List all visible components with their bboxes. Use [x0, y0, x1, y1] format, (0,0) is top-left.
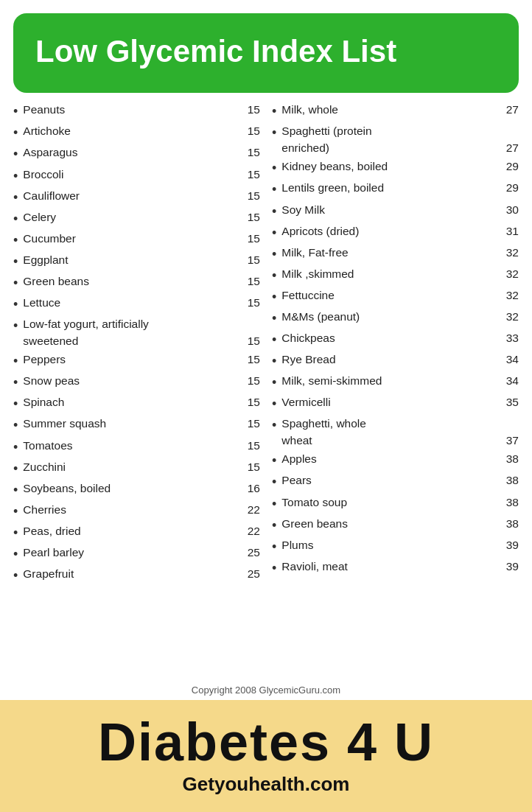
item-value: 30 [506, 202, 519, 218]
bullet-icon: • [272, 394, 276, 413]
bullet-icon: • [272, 223, 276, 242]
item-text: Pearl barley25 [23, 545, 260, 561]
bullet-icon: • [272, 180, 276, 199]
bullet-icon: • [272, 287, 276, 307]
item-name: Peanuts [23, 102, 65, 118]
main-content: •Peanuts15•Artichoke15•Asparagus15•Brocc… [0, 93, 532, 677]
list-item: •Lentils green, boiled29 [272, 180, 519, 199]
list-item: •Milk, Fat-free32 [272, 245, 519, 264]
left-column: •Peanuts15•Artichoke15•Asparagus15•Brocc… [13, 102, 266, 677]
item-text: Kidney beans, boiled29 [281, 158, 519, 175]
list-item: •Celery15 [13, 209, 260, 228]
item-value: 32 [506, 287, 519, 304]
item-value: 15 [248, 167, 260, 183]
item-name-second: sweetened [23, 333, 78, 349]
item-value: 39 [506, 537, 519, 553]
list-item: •Chickpeas33 [272, 330, 519, 349]
list-item: •Peppers15 [13, 351, 260, 371]
bullet-icon: • [13, 438, 18, 457]
bullet-icon: • [272, 330, 276, 349]
item-text: Cucumber15 [23, 231, 260, 247]
item-name: Soybeans, boiled [23, 480, 111, 497]
bullet-icon: • [13, 480, 18, 500]
list-item: •Soybeans, boiled16 [13, 480, 260, 500]
item-text: Tomatoes15 [23, 438, 260, 454]
item-text: Vermicelli35 [281, 394, 519, 410]
bullet-icon: • [272, 559, 276, 578]
list-item: •Cucumber15 [13, 231, 260, 250]
item-text: Summer squash15 [23, 416, 260, 432]
list-item: •Apples38 [272, 451, 519, 470]
item-value: 15 [248, 438, 260, 454]
copyright: Copyright 2008 GlycemicGuru.com [0, 677, 532, 700]
list-item: •Peanuts15 [13, 102, 260, 121]
bullet-icon: • [272, 158, 276, 178]
item-name: Summer squash [23, 416, 106, 432]
list-item: •Grapefruit25 [13, 566, 260, 585]
item-text: Soy Milk30 [281, 202, 519, 218]
item-value: 15 [248, 459, 260, 475]
item-value: 29 [506, 180, 519, 196]
item-value: 15 [248, 273, 260, 290]
item-value: 38 [506, 472, 519, 489]
item-text: Zucchini15 [23, 459, 260, 475]
bullet-icon: • [13, 416, 18, 435]
item-text: Peppers15 [23, 351, 260, 368]
item-text: Rye Bread34 [281, 351, 519, 368]
item-text: Plums39 [281, 537, 519, 553]
item-text: Apples38 [281, 451, 519, 467]
list-item: •Spinach15 [13, 394, 260, 413]
item-value: 15 [248, 394, 260, 410]
list-item: •Cherries22 [13, 502, 260, 521]
item-name-line1: Low-fat yogurt, artificially [23, 316, 260, 332]
item-name: Milk, whole [281, 102, 338, 118]
bullet-icon: • [13, 273, 18, 293]
item-name: Cauliflower [23, 188, 80, 204]
item-text: Cherries22 [23, 502, 260, 518]
list-item: •Green beans38 [272, 516, 519, 535]
item-text: Asparagus15 [23, 144, 260, 161]
item-name: Broccoli [23, 167, 63, 183]
list-item: •Artichoke15 [13, 123, 260, 142]
item-value: 22 [248, 502, 260, 518]
bullet-icon: • [13, 351, 18, 371]
list-item: •Fettuccine32 [272, 287, 519, 307]
bullet-icon: • [272, 123, 276, 142]
bullet-icon: • [272, 494, 276, 514]
right-column: •Milk, whole27•Spaghetti (proteinenriche… [266, 102, 519, 677]
item-text: Chickpeas33 [281, 330, 519, 346]
item-value: 15 [248, 351, 260, 368]
list-item: •Soy Milk30 [272, 202, 519, 221]
item-value: 33 [506, 330, 519, 346]
item-name: Spinach [23, 394, 64, 410]
item-text: Soybeans, boiled16 [23, 480, 260, 497]
bullet-icon: • [13, 545, 18, 564]
list-item: •Milk, semi-skimmed34 [272, 373, 519, 392]
item-text: Artichoke15 [23, 123, 260, 139]
bullet-icon: • [272, 102, 276, 121]
item-name-line2: enriched)27 [281, 140, 519, 156]
bullet-icon: • [272, 516, 276, 535]
item-value: 32 [506, 309, 519, 325]
item-name: Lettuce [23, 295, 60, 311]
item-value: 34 [506, 351, 519, 368]
item-name: Tomatoes [23, 438, 72, 454]
list-item: •Pears38 [272, 472, 519, 491]
item-name: Grapefruit [23, 566, 74, 582]
item-text: Milk ,skimmed32 [281, 266, 519, 282]
item-value: 32 [506, 266, 519, 282]
list-item: •M&Ms (peanut)32 [272, 309, 519, 328]
bullet-icon: • [13, 566, 18, 585]
item-value: 37 [506, 433, 519, 449]
item-value: 25 [248, 545, 260, 561]
item-name: Green beans [23, 273, 89, 290]
bullet-icon: • [13, 252, 18, 271]
item-name: Vermicelli [281, 394, 330, 410]
item-value: 29 [506, 158, 519, 175]
item-name: Plums [281, 537, 313, 553]
item-value: 39 [506, 559, 519, 575]
item-name: Ravioli, meat [281, 559, 348, 575]
header-title: Low Glycemic Index List [35, 34, 497, 69]
list-item: •Low-fat yogurt, artificiallysweetened15 [13, 316, 260, 349]
list-item: •Vermicelli35 [272, 394, 519, 413]
